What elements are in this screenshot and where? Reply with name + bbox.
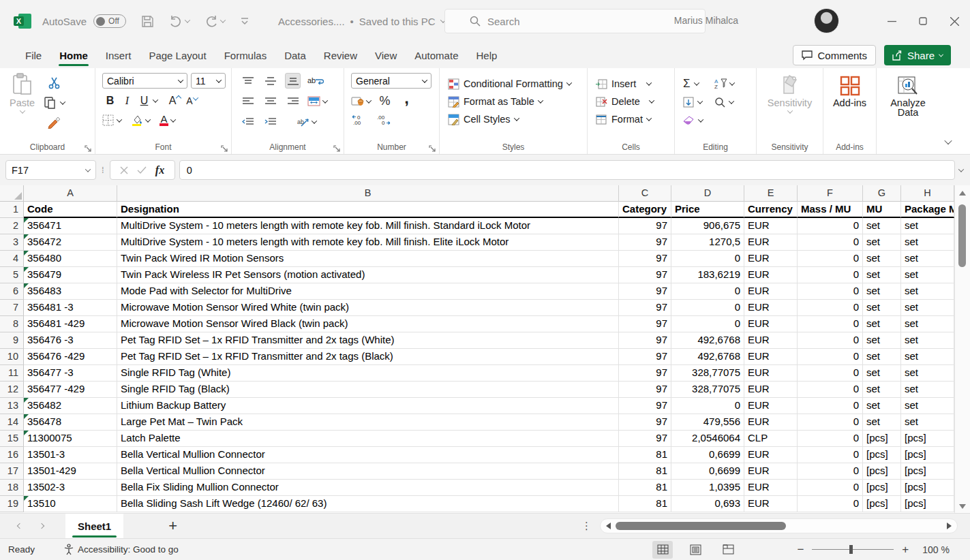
new-sheet-button[interactable]: + (168, 517, 177, 535)
document-title[interactable]: Accessories.... (278, 16, 345, 27)
fill-button[interactable] (683, 94, 714, 110)
cell-B4[interactable]: Twin Pack Wired IR Motion Sensors (117, 251, 619, 267)
cell-H2[interactable]: set (901, 218, 954, 234)
tab-formulas[interactable]: Formulas (215, 44, 276, 67)
cell-H4[interactable]: set (901, 251, 954, 267)
vertical-scrollbar[interactable] (954, 185, 970, 513)
undo-icon[interactable] (169, 15, 190, 27)
cell-D9[interactable]: 492,6768 (671, 332, 744, 349)
column-header-C[interactable]: C (619, 185, 671, 202)
cell-H13[interactable]: set (901, 398, 954, 414)
page-layout-view-button[interactable] (685, 541, 706, 559)
row-header-3[interactable]: 3 (0, 234, 24, 251)
cell-G13[interactable]: set (863, 398, 901, 414)
cell-H10[interactable]: set (901, 349, 954, 365)
cell-F12[interactable]: 0 (798, 382, 863, 398)
cell-B3[interactable]: MultiDrive System - 10 meters length wit… (117, 234, 619, 251)
sort-filter-button[interactable]: AZ (714, 76, 746, 91)
zoom-level[interactable]: 100 % (922, 544, 950, 555)
redo-icon[interactable] (204, 15, 225, 27)
row-header-7[interactable]: 7 (0, 300, 24, 316)
cell-F13[interactable]: 0 (798, 398, 863, 414)
scroll-right-icon[interactable] (947, 523, 952, 529)
cut-button[interactable] (44, 75, 65, 91)
analyze-data-button[interactable]: Analyze Data (877, 76, 939, 118)
cell-G15[interactable]: [pcs] (863, 431, 901, 447)
row-header-16[interactable]: 16 (0, 447, 24, 463)
format-painter-button[interactable] (44, 114, 65, 130)
delete-cells-button[interactable]: Delete (596, 93, 674, 110)
cell-header-C1[interactable]: Category (619, 202, 671, 218)
cell-A16[interactable]: 13501-3 (24, 447, 117, 463)
cell-C4[interactable]: 97 (619, 251, 671, 267)
cell-A14[interactable]: 356478 (24, 414, 117, 431)
alignment-dialog-launcher[interactable] (333, 143, 341, 151)
cell-H3[interactable]: set (901, 234, 954, 251)
cell-F5[interactable]: 0 (798, 267, 863, 283)
horizontal-scroll-thumb[interactable] (616, 522, 786, 530)
tab-review[interactable]: Review (315, 44, 366, 67)
cell-header-B1[interactable]: Designation (117, 202, 619, 218)
cell-D11[interactable]: 328,77075 (671, 365, 744, 382)
cell-A18[interactable]: 13502-3 (24, 480, 117, 496)
number-dialog-launcher[interactable] (429, 143, 436, 151)
document-save-status[interactable]: Saved to this PC (359, 16, 436, 27)
cell-C8[interactable]: 97 (619, 316, 671, 332)
cell-D12[interactable]: 328,77075 (671, 382, 744, 398)
align-middle-button[interactable] (262, 73, 278, 89)
cell-D2[interactable]: 906,675 (671, 218, 744, 234)
cell-C15[interactable]: 97 (619, 431, 671, 447)
cell-E17[interactable]: EUR (744, 463, 798, 480)
percent-style-button[interactable]: % (377, 93, 393, 109)
cell-C16[interactable]: 81 (619, 447, 671, 463)
number-format-combo[interactable]: General (351, 73, 431, 89)
cell-H5[interactable]: set (901, 267, 954, 283)
cell-G11[interactable]: set (863, 365, 901, 382)
column-header-A[interactable]: A (24, 185, 117, 202)
cell-D16[interactable]: 0,6699 (671, 447, 744, 463)
cell-G8[interactable]: set (863, 316, 901, 332)
cell-F7[interactable]: 0 (798, 300, 863, 316)
fill-color-button[interactable] (131, 112, 150, 128)
cancel-icon[interactable] (120, 166, 128, 174)
row-header-11[interactable]: 11 (0, 365, 24, 382)
cell-F14[interactable]: 0 (798, 414, 863, 431)
cell-B19[interactable]: Bella Sliding Sash Lift Wedge (12460/ 62… (117, 496, 619, 512)
cell-A5[interactable]: 356479 (24, 267, 117, 283)
zoom-slider-thumb[interactable] (849, 545, 853, 554)
format-as-table-button[interactable]: Format as Table (448, 93, 587, 110)
select-all-corner[interactable] (0, 185, 24, 202)
user-name[interactable]: Marius Mihalca (674, 15, 738, 26)
insert-cells-button[interactable]: Insert (596, 75, 674, 93)
cell-H19[interactable]: [pcs] (901, 496, 954, 512)
clipboard-dialog-launcher[interactable] (85, 143, 92, 151)
cell-C9[interactable]: 97 (619, 332, 671, 349)
cell-C2[interactable]: 97 (619, 218, 671, 234)
cell-C3[interactable]: 97 (619, 234, 671, 251)
next-sheet-icon[interactable] (39, 523, 44, 529)
scroll-down-icon[interactable] (959, 504, 966, 509)
row-header-14[interactable]: 14 (0, 414, 24, 431)
tab-help[interactable]: Help (467, 44, 506, 67)
find-select-button[interactable] (714, 94, 746, 110)
comments-button[interactable]: Comments (793, 45, 876, 65)
autosum-button[interactable]: Σ (683, 76, 714, 91)
cell-F18[interactable]: 0 (798, 480, 863, 496)
cell-C10[interactable]: 97 (619, 349, 671, 365)
tab-home[interactable]: Home (50, 44, 97, 67)
increase-decimal-button[interactable]: 0.00 (351, 112, 367, 127)
cell-F11[interactable]: 0 (798, 365, 863, 382)
expand-formula-bar-icon[interactable] (958, 166, 964, 172)
row-header-6[interactable]: 6 (0, 283, 24, 300)
cell-H17[interactable]: [pcs] (901, 463, 954, 480)
tab-file[interactable]: File (16, 44, 50, 67)
cell-B12[interactable]: Single RFID Tag (Black) (117, 382, 619, 398)
cell-H7[interactable]: set (901, 300, 954, 316)
cell-E7[interactable]: EUR (744, 300, 798, 316)
cell-A8[interactable]: 356481 -429 (24, 316, 117, 332)
cell-B11[interactable]: Single RFID Tag (White) (117, 365, 619, 382)
cell-B16[interactable]: Bella Vertical Mullion Connector (117, 447, 619, 463)
cell-E10[interactable]: EUR (744, 349, 798, 365)
increase-font-size-button[interactable]: A (167, 93, 183, 108)
comma-style-button[interactable]: , (399, 93, 414, 109)
